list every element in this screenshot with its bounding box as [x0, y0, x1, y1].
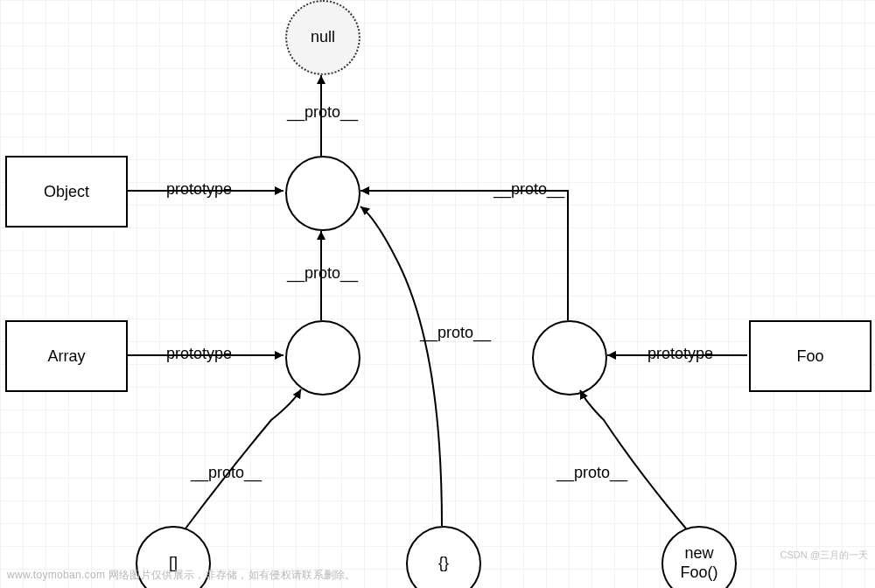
label-newfoo-proto: __proto__	[556, 464, 627, 482]
node-array: Array	[5, 320, 128, 392]
node-object-prototype	[285, 156, 360, 231]
watermark-right: CSDN @三月的一天	[780, 549, 868, 562]
node-new-foo-label: new Foo()	[680, 544, 718, 582]
node-null: null	[285, 0, 360, 75]
label-array-prototype: prototype	[166, 345, 232, 363]
arrows-layer	[0, 0, 875, 588]
watermark-left: www.toymoban.com 网络图片仅供展示，非存储，如有侵权请联系删除。	[7, 568, 356, 583]
node-foo-prototype	[532, 320, 607, 396]
label-proto-null: __proto__	[287, 103, 358, 122]
node-foo-label: Foo	[796, 347, 823, 366]
label-arrproto-proto: __proto__	[287, 264, 358, 283]
node-null-label: null	[311, 28, 335, 47]
node-array-prototype	[285, 320, 360, 396]
label-object-prototype: prototype	[166, 180, 232, 199]
node-empty-object: {}	[406, 526, 481, 588]
node-object: Object	[5, 156, 128, 228]
node-object-label: Object	[44, 183, 89, 201]
label-fooproto-proto: __proto__	[494, 180, 564, 199]
node-foo: Foo	[749, 320, 872, 392]
label-foo-prototype: prototype	[648, 345, 713, 363]
label-emptyobj-proto: __proto__	[420, 324, 491, 342]
node-new-foo: new Foo()	[662, 526, 737, 588]
node-empty-object-label: {}	[438, 554, 449, 573]
label-emptyarr-proto: __proto__	[191, 464, 262, 482]
node-array-label: Array	[47, 347, 85, 366]
